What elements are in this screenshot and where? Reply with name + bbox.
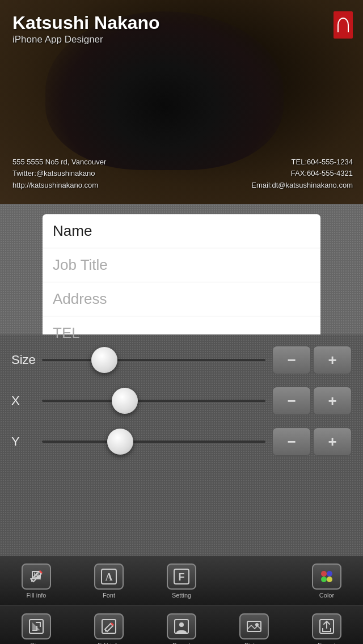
picture-icon-box <box>239 613 269 639</box>
size-label: Size <box>11 353 35 367</box>
svg-text:F: F <box>179 571 185 583</box>
edit-icon <box>100 618 117 635</box>
svg-point-12 <box>179 622 184 627</box>
y-slider-track[interactable] <box>42 427 265 456</box>
size-slider-buttons: − + <box>272 346 352 374</box>
fill-info-icon-box <box>22 564 51 590</box>
svg-point-8 <box>327 577 332 582</box>
controls-area: Size − + X − + Y − <box>0 334 363 556</box>
toolbar1-fill-info[interactable]: Fill info <box>0 556 73 605</box>
x-slider-thumb[interactable] <box>112 388 138 414</box>
export-label: Export <box>318 642 336 645</box>
y-label: Y <box>11 434 35 449</box>
toolbar1-setting[interactable]: F Setting <box>145 556 218 605</box>
address-field[interactable]: Address <box>43 282 320 316</box>
toolbar2-preset[interactable]: Preset <box>145 606 218 644</box>
toolbar1-font[interactable]: A Font <box>73 556 145 605</box>
size-slider-row: Size − + <box>11 346 352 374</box>
name-field[interactable]: Name <box>43 214 320 248</box>
svg-rect-13 <box>247 621 261 632</box>
person-icon <box>173 618 190 635</box>
share-icon <box>318 618 335 635</box>
toolbar2-export[interactable]: Export <box>290 606 363 644</box>
svg-point-5 <box>321 571 327 577</box>
x-minus-button[interactable]: − <box>272 387 311 415</box>
x-slider-track[interactable] <box>42 387 265 415</box>
toolbar1: Fill info A Font F Setting <box>0 556 363 605</box>
job-title-field[interactable]: Job Title <box>43 248 320 282</box>
setting-label: Setting <box>172 592 191 599</box>
business-card: Katsushi Nakano iPhone App Designer 555 … <box>0 0 363 204</box>
font-icon: A <box>100 568 117 585</box>
svg-point-14 <box>255 623 259 626</box>
form-card: Name Job Title Address TEL <box>43 214 320 350</box>
toolbar1-empty <box>218 556 290 605</box>
svg-rect-10 <box>102 620 116 633</box>
toolbar2-picture[interactable]: Picture <box>218 606 290 644</box>
picture-label: Picture <box>244 642 264 645</box>
size-minus-button[interactable]: − <box>272 346 311 374</box>
card-contact-left: 555 5555 No5 rd, Vancouver Twitter:@kats… <box>12 156 106 192</box>
red-badge <box>334 11 353 39</box>
y-slider-thumb[interactable] <box>107 429 133 455</box>
font-label: Font <box>103 592 115 599</box>
svg-point-7 <box>321 577 327 582</box>
pencil-icon <box>28 568 45 585</box>
x-slider-buttons: − + <box>272 387 352 415</box>
form-area: Name Job Title Address TEL <box>0 204 363 334</box>
toolbar2: Size Edit info Preset <box>0 605 363 644</box>
size-slider-thumb[interactable] <box>91 347 117 373</box>
card-contact-right: TEL:604-555-1234 FAX:604-555-4321 Email:… <box>251 156 353 192</box>
setting-icon: F <box>173 568 190 585</box>
size-plus-button[interactable]: + <box>313 346 352 374</box>
svg-point-6 <box>327 571 332 577</box>
x-plus-button[interactable]: + <box>313 387 352 415</box>
toolbar2-size[interactable]: Size <box>0 606 73 644</box>
export-icon-box <box>312 613 341 639</box>
setting-icon-box: F <box>167 564 196 590</box>
fill-info-label: Fill info <box>27 592 47 599</box>
x-slider-row: X − + <box>11 387 352 415</box>
preset-icon-box <box>167 613 196 639</box>
card-name: Katsushi Nakano <box>12 12 160 33</box>
size-icon-box <box>22 613 51 639</box>
svg-text:A: A <box>105 571 113 583</box>
toolbar2-edit-info[interactable]: Edit info <box>73 606 145 644</box>
edit-info-label: Edit info <box>98 642 120 645</box>
y-plus-button[interactable]: + <box>313 427 352 456</box>
color-icon-box <box>312 564 341 590</box>
card-job-title: iPhone App Designer <box>12 34 103 45</box>
edit-info-icon-box <box>94 613 124 639</box>
size-slider-track[interactable] <box>42 346 265 374</box>
image-icon <box>246 618 263 635</box>
y-minus-button[interactable]: − <box>272 427 311 456</box>
toolbar1-color[interactable]: Color <box>290 556 363 605</box>
preset-label: Preset <box>172 642 191 645</box>
resize-icon <box>28 618 45 635</box>
y-slider-row: Y − + <box>11 427 352 456</box>
color-icon <box>318 568 335 585</box>
font-icon-box: A <box>94 564 124 590</box>
x-label: X <box>11 393 35 408</box>
y-slider-buttons: − + <box>272 427 352 456</box>
size-tb2-label: Size <box>30 642 42 645</box>
color-label: Color <box>319 592 334 599</box>
